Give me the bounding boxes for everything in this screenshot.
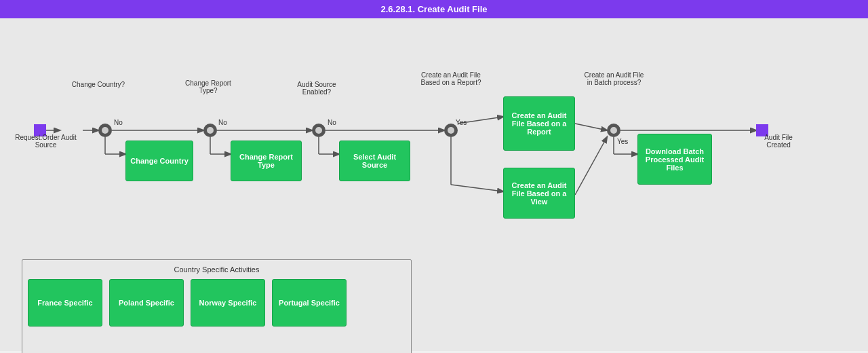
- create-view-node[interactable]: Create an Audit File Based on a View: [503, 168, 575, 219]
- country-panel-label: Country Specific Activities: [28, 265, 406, 274]
- portugal-specific-node[interactable]: Portugal Specific: [272, 279, 347, 327]
- gate2-no-label: No: [218, 119, 227, 126]
- gate4-question: Create an Audit File Based on a Report?: [420, 71, 481, 86]
- gate3-no-label: No: [328, 119, 336, 126]
- title-bar: 2.6.28.1. Create Audit File: [0, 0, 868, 18]
- select-audit-source-node[interactable]: Select Audit Source: [339, 141, 410, 181]
- request-label: Request:Order Audit Source: [14, 134, 78, 149]
- gate1-question: Change Country?: [71, 81, 125, 88]
- gate1-diamond: [98, 124, 112, 137]
- change-country-node[interactable]: Change Country: [125, 141, 193, 181]
- country-panel: Country Specific Activities France Speci…: [22, 259, 412, 353]
- audit-created-label: Audit File Created: [751, 134, 806, 149]
- gate5-yes-label: Yes: [617, 138, 628, 145]
- gate5-diamond: [607, 124, 620, 137]
- gate4-yes-label: Yes: [456, 119, 467, 126]
- france-specific-node[interactable]: France Specific: [28, 279, 102, 327]
- gate3-diamond: [312, 124, 326, 137]
- title-text: 2.6.28.1. Create Audit File: [380, 4, 487, 14]
- country-activities: France Specific Poland Specific Norway S…: [28, 279, 406, 327]
- poland-specific-node[interactable]: Poland Specific: [109, 279, 184, 327]
- gate5-question: Create an Audit File in Batch process?: [582, 71, 646, 86]
- gate2-question: Change Report Type?: [184, 79, 232, 94]
- gate2-diamond: [203, 124, 217, 137]
- gate3-question: Audit Source Enabled?: [293, 81, 340, 96]
- main-canvas: Request:Order Audit Source Change Countr…: [0, 18, 868, 351]
- gate1-no-label: No: [114, 119, 123, 126]
- svg-line-14: [575, 124, 607, 130]
- download-batch-node[interactable]: Download Batch Processed Audit Files: [637, 134, 712, 185]
- norway-specific-node[interactable]: Norway Specific: [191, 279, 265, 327]
- create-report-node[interactable]: Create an Audit File Based on a Report: [503, 96, 575, 151]
- change-report-type-node[interactable]: Change Report Type: [231, 141, 302, 181]
- svg-line-13: [451, 185, 503, 191]
- svg-line-15: [575, 137, 607, 195]
